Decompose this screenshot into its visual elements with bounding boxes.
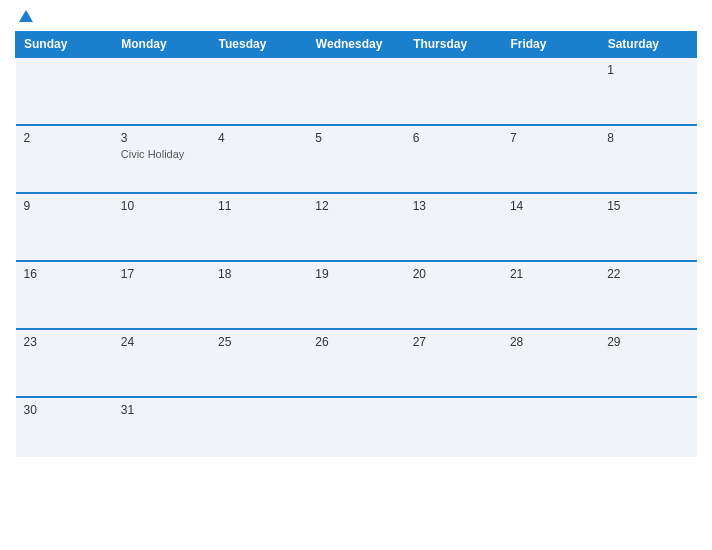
calendar-cell: 9	[16, 193, 113, 261]
day-number: 2	[24, 131, 105, 145]
day-number: 27	[413, 335, 494, 349]
week-row-4: 16171819202122	[16, 261, 697, 329]
calendar-body: 123Civic Holiday456789101112131415161718…	[16, 57, 697, 457]
day-number: 30	[24, 403, 105, 417]
calendar-cell: 15	[599, 193, 696, 261]
day-number: 6	[413, 131, 494, 145]
day-number: 22	[607, 267, 688, 281]
day-number: 11	[218, 199, 299, 213]
calendar-cell: 14	[502, 193, 599, 261]
day-number: 8	[607, 131, 688, 145]
week-row-1: 1	[16, 57, 697, 125]
day-number: 1	[607, 63, 688, 77]
week-row-2: 23Civic Holiday45678	[16, 125, 697, 193]
calendar-cell: 28	[502, 329, 599, 397]
calendar-page: SundayMondayTuesdayWednesdayThursdayFrid…	[0, 0, 712, 550]
day-header-tuesday: Tuesday	[210, 32, 307, 58]
calendar-cell	[307, 397, 404, 457]
day-number: 29	[607, 335, 688, 349]
calendar-cell	[502, 397, 599, 457]
calendar-cell	[16, 57, 113, 125]
calendar-cell: 17	[113, 261, 210, 329]
day-number: 4	[218, 131, 299, 145]
day-number: 14	[510, 199, 591, 213]
day-header-saturday: Saturday	[599, 32, 696, 58]
calendar-cell	[307, 57, 404, 125]
week-row-5: 23242526272829	[16, 329, 697, 397]
day-number: 17	[121, 267, 202, 281]
calendar-cell	[599, 397, 696, 457]
day-number: 16	[24, 267, 105, 281]
holiday-label: Civic Holiday	[121, 148, 202, 160]
calendar-cell: 3Civic Holiday	[113, 125, 210, 193]
day-number: 13	[413, 199, 494, 213]
day-number: 3	[121, 131, 202, 145]
day-header-sunday: Sunday	[16, 32, 113, 58]
calendar-cell: 11	[210, 193, 307, 261]
calendar-cell: 24	[113, 329, 210, 397]
day-number: 7	[510, 131, 591, 145]
day-number: 26	[315, 335, 396, 349]
day-header-friday: Friday	[502, 32, 599, 58]
week-row-3: 9101112131415	[16, 193, 697, 261]
day-number: 10	[121, 199, 202, 213]
day-number: 9	[24, 199, 105, 213]
day-number: 19	[315, 267, 396, 281]
calendar-cell	[405, 57, 502, 125]
week-row-6: 3031	[16, 397, 697, 457]
calendar-cell: 10	[113, 193, 210, 261]
calendar-cell	[210, 57, 307, 125]
day-number: 20	[413, 267, 494, 281]
calendar-cell	[405, 397, 502, 457]
calendar-cell: 31	[113, 397, 210, 457]
calendar-cell: 6	[405, 125, 502, 193]
calendar-cell: 26	[307, 329, 404, 397]
logo-blue-row	[15, 10, 33, 23]
calendar-cell: 13	[405, 193, 502, 261]
calendar-cell: 12	[307, 193, 404, 261]
day-number: 28	[510, 335, 591, 349]
calendar-cell: 23	[16, 329, 113, 397]
calendar-cell: 29	[599, 329, 696, 397]
day-number: 5	[315, 131, 396, 145]
calendar-cell: 27	[405, 329, 502, 397]
calendar-cell	[210, 397, 307, 457]
logo	[15, 10, 33, 23]
header	[15, 10, 697, 23]
calendar-cell: 20	[405, 261, 502, 329]
day-header-wednesday: Wednesday	[307, 32, 404, 58]
calendar-table: SundayMondayTuesdayWednesdayThursdayFrid…	[15, 31, 697, 457]
calendar-cell	[113, 57, 210, 125]
calendar-cell: 1	[599, 57, 696, 125]
day-number: 21	[510, 267, 591, 281]
calendar-cell: 19	[307, 261, 404, 329]
day-number: 25	[218, 335, 299, 349]
day-number: 12	[315, 199, 396, 213]
calendar-cell: 25	[210, 329, 307, 397]
calendar-cell: 22	[599, 261, 696, 329]
logo-triangle-icon	[19, 10, 33, 22]
calendar-cell: 30	[16, 397, 113, 457]
day-number: 18	[218, 267, 299, 281]
calendar-cell: 16	[16, 261, 113, 329]
day-number: 15	[607, 199, 688, 213]
calendar-cell	[502, 57, 599, 125]
day-header-thursday: Thursday	[405, 32, 502, 58]
calendar-cell: 5	[307, 125, 404, 193]
calendar-cell: 7	[502, 125, 599, 193]
calendar-cell: 2	[16, 125, 113, 193]
calendar-cell: 4	[210, 125, 307, 193]
calendar-cell: 8	[599, 125, 696, 193]
day-number: 23	[24, 335, 105, 349]
days-header-row: SundayMondayTuesdayWednesdayThursdayFrid…	[16, 32, 697, 58]
day-number: 24	[121, 335, 202, 349]
calendar-cell: 21	[502, 261, 599, 329]
calendar-cell: 18	[210, 261, 307, 329]
day-header-monday: Monday	[113, 32, 210, 58]
day-number: 31	[121, 403, 202, 417]
